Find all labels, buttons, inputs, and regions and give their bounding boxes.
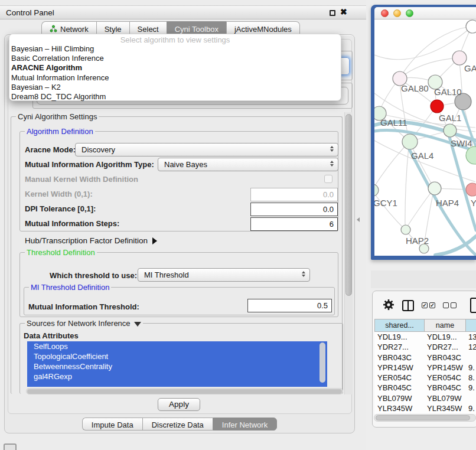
tab-label: Impute Data	[92, 420, 133, 429]
settings-hscrollbar-thumb[interactable]	[27, 389, 342, 394]
column-header-shared-name[interactable]: shared...	[374, 319, 424, 332]
apply-button[interactable]: Apply	[158, 398, 200, 411]
table-cell[interactable]: 8.	[465, 373, 476, 383]
table-row[interactable]: YPR145W YPR145W 9.	[374, 363, 476, 373]
table-cell[interactable]: 12	[465, 342, 476, 352]
node[interactable]	[466, 20, 476, 33]
which-threshold-combobox[interactable]: MI Threshold	[138, 268, 310, 282]
group-title: MI Threshold Definition	[29, 283, 111, 292]
table-cell[interactable]: YBL079W	[374, 393, 424, 403]
list-item[interactable]: SelfLoops	[27, 341, 327, 351]
list-scrollbar[interactable]	[319, 343, 325, 383]
aracne-mode-combobox[interactable]: Discovery	[75, 143, 338, 156]
mi-threshold-field[interactable]: 0.5	[247, 299, 332, 312]
table-row[interactable]: YBR045C YBR045C 9.	[374, 383, 476, 393]
table-row[interactable]: YLR345W YLR345W 9.	[374, 403, 476, 413]
close-icon[interactable]: ✖	[340, 7, 347, 17]
data-attributes-list[interactable]: SelfLoops TopologicalCoefficient Between…	[27, 341, 327, 387]
list-item[interactable]: gal4RGexp	[27, 371, 327, 381]
kernel-width-field[interactable]: 0.0	[250, 188, 338, 201]
table-toolbar: ✓✓	[374, 294, 476, 317]
table-row[interactable]: YBR043C YBR043C	[374, 353, 476, 363]
table-cell[interactable]: 13	[465, 332, 476, 342]
dropdown-item[interactable]: Dream8 DC_TDC Algorithm	[9, 92, 341, 102]
table-cell[interactable]: YDL19...	[424, 332, 465, 342]
tab-network[interactable]: Network	[41, 21, 96, 35]
table-cell[interactable]: YPR145W	[424, 363, 465, 373]
deselect-all-columns-icon[interactable]	[443, 302, 457, 308]
mi-steps-field[interactable]: 6	[250, 217, 338, 231]
group-title: Algorithm Definition	[25, 127, 95, 136]
table-cell[interactable]: YLR345W	[424, 403, 465, 413]
aracne-mode-label: Aracne Mode:	[25, 145, 76, 154]
tab-jactivemnodules[interactable]: jActiveMNodules	[226, 21, 300, 35]
data-attributes-label: Data Attributes	[24, 331, 79, 340]
float-window-icon[interactable]	[330, 10, 335, 16]
table-cell[interactable]: YBL079W	[424, 393, 465, 403]
table-cell[interactable]: YER054C	[374, 373, 424, 383]
list-item[interactable]: TopologicalCoefficient	[27, 351, 327, 361]
manual-kernel-checkbox[interactable]	[324, 175, 332, 183]
network-window-titlebar[interactable]	[374, 7, 476, 19]
table-body[interactable]: YDL19... YDL19... 13 YDR27... YDR27... 1…	[374, 332, 476, 414]
combobox-arrows-icon	[330, 161, 334, 167]
node-salmon[interactable]	[466, 183, 476, 196]
column-header-clipped[interactable]	[465, 319, 476, 332]
minimized-panel-button[interactable]	[4, 444, 17, 450]
network-canvas[interactable]: GAL GAL80 GAL10 GAL1 GAL11 SWI4 GAL4 GCY…	[374, 19, 476, 256]
dropdown-item[interactable]: Bayesian – Hill Climbing	[9, 44, 341, 54]
window-zoom-button[interactable]	[406, 9, 413, 17]
tab-infer-network[interactable]: Infer Network	[213, 418, 277, 431]
split-columns-icon[interactable]	[402, 300, 414, 311]
dropdown-item-aracne[interactable]: ARACNE Algorithm	[9, 63, 341, 73]
table-cell[interactable]: 9.	[465, 383, 476, 393]
window-minimize-button[interactable]	[393, 9, 401, 17]
table-cell[interactable]: YPR145W	[374, 363, 424, 373]
column-header-name[interactable]: name	[424, 319, 465, 332]
table-row[interactable]: YDL19... YDL19... 13	[374, 332, 476, 342]
gear-icon[interactable]	[383, 299, 395, 312]
table-cell[interactable]: YER054C	[424, 373, 465, 383]
table-cell[interactable]: YDR27...	[424, 342, 465, 352]
table-cell[interactable]	[465, 353, 476, 363]
table-row[interactable]: YER054C YER054C 8.	[374, 373, 476, 383]
table-cell[interactable]: YLR345W	[374, 403, 424, 413]
tab-cyni-toolbox[interactable]: Cyni Toolbox	[167, 21, 226, 35]
table-cell[interactable]	[465, 393, 476, 403]
select-all-columns-icon[interactable]: ✓✓	[422, 302, 435, 308]
sources-toggle[interactable]: Sources for Network Inference	[25, 319, 143, 328]
table-row[interactable]: YBL079W YBL079W	[374, 393, 476, 403]
hub-section-toggle[interactable]: Hub/Transcription Factor Definition	[25, 236, 157, 245]
table-cell[interactable]: 9.	[465, 403, 476, 413]
table-cell[interactable]: YDR27...	[374, 342, 424, 352]
table-cell[interactable]: YBR043C	[374, 353, 424, 363]
table-row[interactable]: YDR27... YDR27... 12	[374, 342, 476, 352]
dropdown-item[interactable]: Bayesian – K2	[9, 83, 341, 92]
node-hap4[interactable]	[428, 182, 441, 195]
tab-select[interactable]: Select	[129, 21, 167, 35]
table-hscrollbar-thumb[interactable]	[376, 415, 470, 420]
dpi-tolerance-field[interactable]: 0.0	[250, 203, 338, 216]
table-cell[interactable]: YBR045C	[374, 383, 424, 393]
settings-vscrollbar-thumb[interactable]	[345, 114, 352, 296]
list-item[interactable]: BetweennessCentrality	[27, 361, 327, 371]
tab-impute-data[interactable]: Impute Data	[82, 418, 142, 431]
table-cell[interactable]: YBR045C	[424, 383, 465, 393]
dropdown-item[interactable]: Mutual Information Inference	[9, 73, 341, 83]
function-builder-icon[interactable]	[470, 298, 476, 313]
panel-splitter-handle[interactable]	[357, 217, 360, 222]
tab-style[interactable]: Style	[96, 21, 129, 35]
node-hap2[interactable]	[401, 225, 410, 234]
node-gal4[interactable]	[402, 134, 418, 149]
table-cell[interactable]: 9.	[465, 363, 476, 373]
dropdown-item[interactable]: Basic Correlation Inference	[9, 54, 341, 63]
table-cell[interactable]: YBR043C	[424, 353, 465, 363]
table-cell[interactable]: YDL19...	[374, 332, 424, 342]
mi-type-combobox[interactable]: Naive Bayes	[158, 158, 338, 171]
window-close-button[interactable]	[381, 9, 389, 17]
node-gal1[interactable]	[444, 124, 457, 137]
tab-discretize-data[interactable]: Discretize Data	[142, 418, 213, 431]
node-gcy1[interactable]	[374, 184, 379, 196]
tab-label: Cyni Toolbox	[175, 25, 219, 34]
node-red-selected[interactable]	[431, 100, 444, 113]
